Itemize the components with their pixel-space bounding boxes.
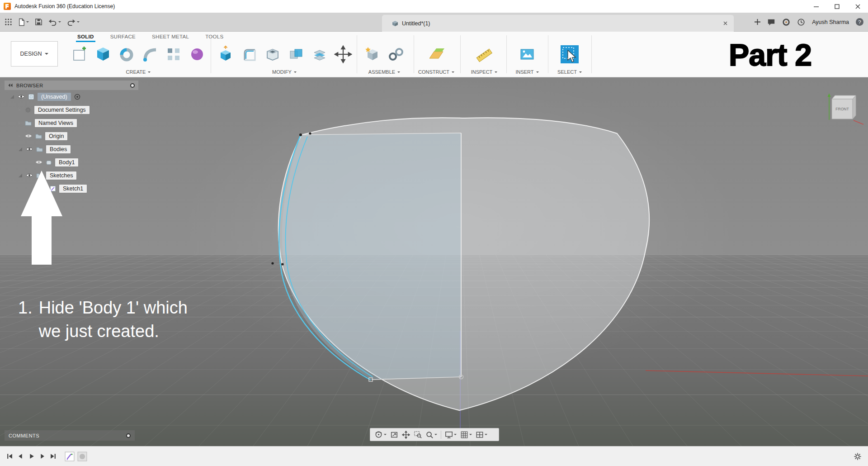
plus-icon: [755, 19, 760, 25]
redo-button[interactable]: [67, 18, 80, 26]
tab-sheet-metal[interactable]: SHEET METAL: [151, 32, 190, 42]
file-menu-button[interactable]: [18, 18, 29, 26]
tree-row-named-views[interactable]: Named Views: [5, 116, 138, 129]
modify-dropdown[interactable]: MODIFY: [214, 69, 354, 75]
timeline-feature-body1[interactable]: [77, 452, 87, 461]
document-tab-close-button[interactable]: [723, 21, 727, 25]
extrude-icon[interactable]: [94, 45, 112, 63]
visibility-eye-icon[interactable]: [26, 147, 33, 152]
sweep-icon[interactable]: [141, 45, 159, 63]
tab-surface[interactable]: SURFACE: [109, 32, 137, 42]
job-status-button[interactable]: [797, 18, 805, 26]
expanded-triangle-icon[interactable]: [18, 147, 23, 152]
orbit-button[interactable]: [374, 430, 387, 439]
shell-icon[interactable]: [264, 45, 282, 63]
maximize-button[interactable]: [826, 0, 847, 13]
browser-header[interactable]: BROWSER: [5, 81, 138, 90]
create-sketch-icon[interactable]: [71, 45, 89, 63]
timeline-go-to-end-button[interactable]: [50, 453, 57, 460]
minimize-button[interactable]: [806, 0, 826, 13]
tree-label-named-views[interactable]: Named Views: [35, 119, 77, 127]
insert-dropdown[interactable]: INSERT: [509, 69, 545, 75]
timeline-play-button[interactable]: [28, 453, 35, 460]
feedback-button[interactable]: [767, 18, 775, 26]
viewcube-top-face[interactable]: [832, 95, 856, 99]
timeline-settings-button[interactable]: [854, 452, 862, 461]
inspect-dropdown[interactable]: INSPECT: [465, 69, 504, 75]
collapse-panel-icon[interactable]: [8, 83, 13, 87]
look-at-button[interactable]: [390, 431, 398, 439]
construct-dropdown[interactable]: CONSTRUCT: [417, 69, 456, 75]
tree-row-document-settings[interactable]: Document Settings: [5, 103, 138, 116]
design-workspace-menu[interactable]: DESIGN: [11, 41, 58, 67]
extensions-button[interactable]: [782, 18, 790, 26]
expanded-triangle-icon[interactable]: [10, 95, 14, 99]
tree-label-document-settings[interactable]: Document Settings: [34, 106, 90, 114]
tree-row-bodies[interactable]: Bodies: [5, 143, 138, 156]
ribbon-separator: [591, 35, 592, 73]
create-dropdown[interactable]: CREATE: [68, 69, 209, 75]
document-tab[interactable]: Untitled*(1): [382, 15, 734, 32]
revolve-icon[interactable]: [118, 45, 136, 63]
document-tab-icon: [392, 20, 398, 27]
sketch-point[interactable]: [281, 263, 283, 265]
assemble-dropdown[interactable]: ASSEMBLE: [359, 69, 409, 75]
app-grid-button[interactable]: [5, 18, 12, 26]
tab-tools[interactable]: TOOLS: [204, 32, 225, 42]
create-form-icon[interactable]: [188, 45, 206, 63]
tree-label-origin[interactable]: Origin: [45, 132, 67, 140]
pan-icon: [402, 431, 410, 439]
measure-icon[interactable]: [475, 45, 493, 63]
sketch-point[interactable]: [299, 133, 302, 136]
insert-canvas-icon[interactable]: [518, 45, 536, 63]
tree-row-origin[interactable]: Origin: [5, 129, 138, 143]
display-settings-button[interactable]: [445, 431, 457, 439]
tree-row-document-root[interactable]: (Unsaved): [5, 90, 138, 103]
press-pull-icon[interactable]: [217, 45, 235, 63]
timeline-feature-sketch1[interactable]: [65, 452, 75, 461]
zoom-window-button[interactable]: [414, 431, 422, 439]
comments-bar[interactable]: COMMENTS: [5, 430, 135, 441]
timeline-step-back-button[interactable]: [17, 453, 24, 460]
user-name[interactable]: Ayush Sharma: [812, 19, 849, 25]
collapsed-triangle-icon[interactable]: [18, 134, 22, 138]
collapsed-triangle-icon[interactable]: [18, 108, 22, 112]
viewports-button[interactable]: [476, 431, 487, 439]
visibility-eye-icon[interactable]: [18, 94, 25, 99]
joint-icon[interactable]: [387, 45, 405, 63]
select-dropdown[interactable]: SELECT: [550, 69, 590, 75]
new-tab-button[interactable]: [755, 19, 760, 25]
undo-button[interactable]: [48, 18, 61, 26]
pan-button[interactable]: [402, 431, 410, 439]
split-body-icon[interactable]: [311, 45, 329, 63]
construct-plane-icon[interactable]: [427, 45, 445, 63]
collapsed-triangle-icon[interactable]: [18, 121, 22, 125]
move-icon[interactable]: [334, 45, 352, 63]
tree-row-body1[interactable]: Body1: [5, 156, 138, 169]
timeline-go-to-start-button[interactable]: [6, 453, 13, 460]
tab-solid[interactable]: SOLID: [76, 32, 95, 42]
pattern-icon[interactable]: [165, 45, 183, 63]
ribbon-separator: [211, 35, 211, 73]
fillet-icon[interactable]: [240, 45, 258, 63]
zoom-button[interactable]: [425, 431, 437, 439]
combine-icon[interactable]: [287, 45, 305, 63]
viewcube-right-face[interactable]: [853, 95, 856, 119]
save-button[interactable]: [35, 18, 42, 26]
display-settings-icon: [445, 431, 453, 439]
close-button[interactable]: [847, 0, 868, 13]
visibility-eye-icon-hidden[interactable]: [35, 160, 42, 165]
sketch-point[interactable]: [271, 262, 274, 264]
tree-label-body1[interactable]: Body1: [55, 158, 78, 166]
sketch-point[interactable]: [309, 132, 311, 134]
comments-display-toggle[interactable]: [126, 433, 131, 438]
grid-settings-button[interactable]: [460, 431, 472, 439]
new-component-icon[interactable]: [363, 45, 382, 63]
tree-label-bodies[interactable]: Bodies: [46, 145, 71, 153]
visibility-eye-icon-hidden[interactable]: [25, 133, 32, 138]
help-button[interactable]: ?: [856, 18, 863, 26]
timeline-step-forward-button[interactable]: [39, 453, 46, 460]
browser-display-toggle[interactable]: [130, 83, 135, 88]
active-component-radio-icon[interactable]: [74, 94, 80, 100]
tree-label-unsaved[interactable]: (Unsaved): [38, 93, 71, 101]
